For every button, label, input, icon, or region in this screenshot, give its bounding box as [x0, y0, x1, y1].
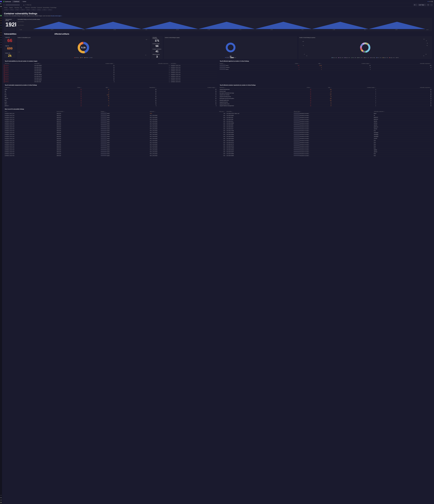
filter-runtimestatus[interactable]: * ▾	[42, 9, 47, 11]
table-row[interactable]: CRITICALCVE-2019-845715211/4/2024, 2:22:…	[4, 72, 217, 74]
col-header[interactable]: Vulnerable component⇅▾	[373, 110, 432, 112]
table-row[interactable]: 11/4/2024, 2:24:27 AMAWS ECR-east-1NOT_A…	[4, 151, 432, 153]
table-row[interactable]: 11/4/2024, 2:24:27 AMAWS ECR-east-1NOT_A…	[4, 120, 432, 122]
col-header[interactable]: Risk level⇅▾	[149, 110, 191, 112]
table-row[interactable]: 11/4/2024, 2:24:27 AMAWS ECR-east-1NOT_A…	[4, 147, 432, 149]
table-row[interactable]: CRITICALCVE-2023-4585331111/4/2024, 2:23…	[4, 64, 217, 66]
col-header[interactable]: Component⇅▾	[4, 87, 49, 89]
nav-icon-9[interactable]: ●	[0, 32, 2, 33]
nav-icon-13[interactable]: ●	[0, 42, 2, 43]
col-header[interactable]: Risk score⇅▾	[191, 110, 226, 112]
col-header[interactable]: Time⇅▾	[4, 110, 56, 112]
col-header[interactable]: Vulnerable components⇅▾	[377, 87, 432, 89]
time-range-selector[interactable]: Last 7 days▾	[418, 4, 426, 6]
nav-icon-11[interactable]: ●	[0, 37, 2, 38]
area-chart[interactable]: 20k 10k	[18, 21, 431, 29]
table-row[interactable]: 11/4/2024, 2:24:27 AMAWS ECR-east-1NOT_A…	[4, 118, 432, 120]
filter-vulnerability[interactable]: * ▾	[31, 9, 36, 11]
table-row[interactable]: -east-10111	[219, 68, 432, 70]
refresh-dropdown[interactable]: ▾	[430, 4, 433, 6]
table-row[interactable]: unguard-load-generator33352186	[219, 89, 432, 90]
nav-icon-3[interactable]: ●	[0, 17, 2, 19]
filter-productstage[interactable]: * ▾	[48, 9, 52, 11]
table-row[interactable]: expat50902932	[4, 89, 217, 90]
table-row[interactable]: 11/4/2024, 2:24:27 AMAWS ECR-east-1NOT_A…	[4, 116, 432, 118]
logo-icon[interactable]	[0, 1, 2, 2]
col-header[interactable]: Repositories⇅▾	[110, 87, 157, 89]
col-header[interactable]: Container images⇅▾	[322, 63, 371, 64]
col-header[interactable]: Critical⇅▾	[287, 87, 312, 89]
new-dashboard-button[interactable]: +Dashboard	[12, 0, 20, 2]
table-row[interactable]: CRITICALCVE-2024-3737119111/4/2024, 2:22…	[4, 66, 217, 68]
filter-tag[interactable]: * ▾	[20, 9, 25, 11]
filter-registry[interactable]: * ▾	[9, 9, 14, 11]
table-row[interactable]: python2.7123468	[4, 105, 217, 107]
col-header[interactable]: Vulnerability⇅▾	[34, 63, 71, 64]
nav-icon-14[interactable]: ●	[0, 44, 2, 45]
table-row[interactable]: 11/4/2024, 2:24:27 AMAWS ECR-east-1NOT_A…	[4, 155, 432, 157]
table-row[interactable]: -east-13373,79050164	[219, 64, 432, 66]
table-row[interactable]: 11/4/2024, 2:24:27 AMAWS ECR-east-1NOT_A…	[4, 145, 432, 147]
top10-comp-table[interactable]: Component⇅▾Critical⇅▾High⇅▾Repositories⇅…	[4, 87, 217, 107]
table-row[interactable]: 11/4/2024, 2:24:27 AMAWS ECR-east-1NOT_A…	[4, 122, 432, 124]
settings-button[interactable]: ⚙▾	[413, 4, 417, 6]
table-row[interactable]: linux232,4601114	[4, 94, 217, 96]
document-icon[interactable]: ▭	[3, 4, 5, 6]
col-header[interactable]: Container images⇅▾	[71, 63, 115, 64]
table-row[interactable]: CRITICALCVE-2022-2577511111/4/2024, 2:23…	[4, 75, 217, 77]
top10-reg-table[interactable]: Registry⇅▾Critical⇅▾High⇅▾Container imag…	[219, 63, 432, 70]
table-row[interactable]: zlib4142938	[4, 90, 217, 92]
col-header[interactable]: Registry⇅▾	[219, 63, 273, 64]
cloud-icon[interactable]: ☁	[23, 4, 25, 6]
nav-icon-2[interactable]: ▣	[0, 15, 2, 16]
table-row[interactable]: 11/4/2024, 2:24:27 AMAWS ECR-east-1NOT_A…	[4, 149, 432, 151]
refresh-button[interactable]: ↻	[427, 4, 429, 6]
nav-icon-10[interactable]: ●	[0, 34, 2, 36]
table-row[interactable]: pcre21822324	[4, 101, 217, 103]
table-row[interactable]: glibc23863241	[4, 96, 217, 98]
nav-icon-7[interactable]: ●	[0, 27, 2, 28]
table-row[interactable]: krb519313241	[4, 99, 217, 101]
col-header[interactable]: Vulnerable components⇅▾	[371, 63, 432, 64]
table-row[interactable]: 11/4/2024, 2:24:27 AMAWS ECR-east-1NOT_A…	[4, 139, 432, 141]
table-row[interactable]: CRITICALCVE-2022-12929111/4/2024, 2:22:4…	[4, 81, 217, 83]
dashboards-icon[interactable]: ▦	[0, 6, 2, 7]
table-row[interactable]: insecure-bank2762151	[219, 90, 432, 92]
col-header[interactable]: Critical⇅▾	[49, 87, 82, 89]
filter-repository[interactable]: * ▾	[15, 9, 19, 11]
table-row[interactable]: 11/4/2024, 2:24:27 AMAWS ECR-east-1NOT_A…	[4, 134, 432, 135]
filter-risklevel[interactable]: * ▾	[26, 9, 30, 11]
nav-icon-4[interactable]: ●	[0, 20, 2, 21]
table-row[interactable]: 11/4/2024, 2:24:27 AMAWS ECR-east-1NOT_A…	[4, 130, 432, 132]
table-row[interactable]: 11/4/2024, 2:24:27 AMAWS ECR-east-1NOT_A…	[4, 124, 432, 126]
filter-product[interactable]: * ▾	[4, 9, 9, 11]
table-row[interactable]: CRITICALCVE-2023-3854510111/4/2024, 2:22…	[4, 79, 217, 81]
col-header[interactable]: Container images⇅▾	[332, 87, 377, 89]
table-row[interactable]: openssl19793954	[4, 98, 217, 99]
col-header[interactable]: Risk level⇅▾	[4, 63, 34, 64]
table-row[interactable]: curl31712225	[4, 92, 217, 94]
col-header[interactable]: Repository⇅▾	[219, 87, 287, 89]
col-header[interactable]: High⇅▾	[300, 63, 322, 64]
table-row[interactable]: benchmark-sut-worst-case-python18354172	[219, 98, 432, 99]
table-row[interactable]: 11/4/2024, 2:24:27 AMAWS ECR-east-1NOT_A…	[4, 135, 432, 137]
nav-icon-12[interactable]: ●	[0, 39, 2, 41]
table-row[interactable]: 11/4/2024, 2:24:27 AMAWS ECR-east-1NOT_A…	[4, 153, 432, 155]
table-row[interactable]: -central-106612	[219, 66, 432, 68]
table-row[interactable]: CRITICALCVE-2022-3743410111/4/2024, 2:22…	[4, 77, 217, 79]
nav-icon-8[interactable]: ○	[0, 29, 2, 31]
subtitle-link[interactable]: Security events ingest ↗	[51, 15, 62, 17]
col-header[interactable]: Affected object⇅▾	[293, 110, 373, 112]
nav-icon-5[interactable]: ●	[0, 22, 2, 24]
table-row[interactable]: CRITICALCVE-2023-4549116111/4/2024, 2:22…	[4, 68, 217, 70]
table-row[interactable]: 11/4/2024, 2:24:27 AMAWS ECR-east-1NOT_A…	[4, 114, 432, 116]
col-header[interactable]: High⇅▾	[82, 87, 110, 89]
top10-vuln-table[interactable]: Risk level⇅▾Vulnerability⇅▾Container ima…	[4, 63, 217, 83]
col-header[interactable]: Critical⇅▾	[273, 63, 300, 64]
col-header[interactable]: Container images⇅▾	[157, 87, 217, 89]
col-header[interactable]: High⇅▾	[312, 87, 332, 89]
recent50-table[interactable]: Time⇅▾Source product⇅▾Registry⇅▾Risk lev…	[4, 110, 432, 157]
apps-icon[interactable]: ⋮⋮⋮	[0, 8, 2, 9]
findings-by-registry-donut[interactable]: 336	[165, 38, 296, 56]
col-header[interactable]: Source product⇅▾	[56, 110, 100, 112]
